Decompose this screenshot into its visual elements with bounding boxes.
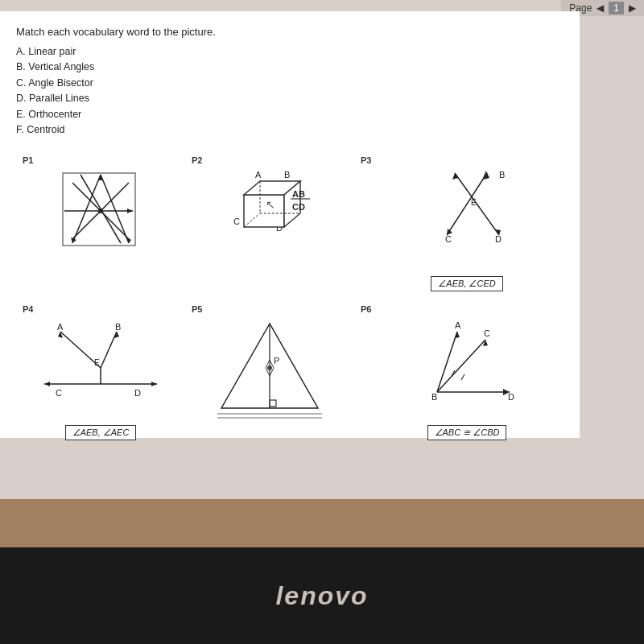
svg-marker-44 <box>151 382 157 386</box>
lenovo-bar: lenovo <box>0 547 644 644</box>
svg-text:A: A <box>57 322 64 332</box>
svg-text:B: B <box>115 322 121 332</box>
svg-text:C: C <box>56 388 62 398</box>
svg-marker-10 <box>127 208 133 213</box>
svg-text:E: E <box>94 358 100 367</box>
p6-answer: ∠ABC ≅ ∠CBD <box>427 425 507 440</box>
puzzle-p5: P5 P <box>185 298 354 447</box>
page-number: 1 <box>609 2 624 14</box>
svg-rect-16 <box>244 195 284 227</box>
vocab-item-d: D. Parallel Lines <box>16 91 564 106</box>
vocab-item-a: A. Linear pair <box>16 44 564 60</box>
svg-text:A: A <box>455 320 461 330</box>
svg-line-28 <box>455 173 499 235</box>
svg-text:B: B <box>284 170 290 180</box>
svg-text:B: B <box>431 392 437 402</box>
svg-text:D: D <box>495 234 502 244</box>
svg-text:CD: CD <box>292 202 305 212</box>
page-nav-left[interactable]: ◀ <box>597 2 604 14</box>
p5-diagram: P <box>205 316 334 420</box>
svg-text:C: C <box>445 234 452 244</box>
instructions-text: Match each vocabulary word to the pictur… <box>16 26 564 38</box>
vocab-item-f: F. Centroid <box>16 122 564 138</box>
document-area: Match each vocabulary word to the pictur… <box>0 11 580 438</box>
puzzle-p4: P4 A B E C <box>16 298 185 447</box>
svg-text:D: D <box>508 392 514 402</box>
svg-line-38 <box>101 332 117 368</box>
p5-label: P5 <box>192 304 202 314</box>
svg-text:↖: ↖ <box>266 198 275 211</box>
svg-text:P: P <box>274 356 279 365</box>
p6-diagram: A C B D <box>405 316 530 404</box>
svg-line-58 <box>437 332 457 392</box>
svg-text:AB: AB <box>292 189 305 199</box>
puzzle-p3: P3 A B C <box>354 149 580 298</box>
svg-text:B: B <box>499 170 505 180</box>
svg-marker-43 <box>44 382 50 386</box>
puzzle-grid: P1 <box>16 149 564 447</box>
puzzle-p2: P2 A B C D <box>185 149 354 298</box>
svg-text:D: D <box>134 388 141 398</box>
svg-text:A: A <box>483 170 489 180</box>
p4-diagram: A B E C D <box>36 316 165 404</box>
screen-area: Page ◀ 1 ▶ Match each vocabulary word to… <box>0 0 644 499</box>
vocab-item-c: C. Angle Bisector <box>16 76 564 91</box>
p1-diagram <box>56 167 145 255</box>
svg-text:A: A <box>255 170 262 180</box>
p4-answer: ∠AEB, ∠AEC <box>65 425 137 440</box>
svg-point-56 <box>267 365 272 370</box>
p2-label: P2 <box>192 155 202 165</box>
svg-text:E: E <box>471 198 477 207</box>
vocab-item-e: E. Orthocenter <box>16 107 564 122</box>
svg-line-69 <box>461 374 464 380</box>
p2-diagram: A B C D ↖ AB <box>221 167 318 255</box>
p4-label: P4 <box>23 304 33 314</box>
page-nav-right[interactable]: ▶ <box>629 2 636 14</box>
desk-area: lenovo <box>0 499 644 644</box>
p3-label: P3 <box>361 155 371 165</box>
vocab-item-b: B. Vertical Angles <box>16 60 564 75</box>
puzzle-p1: P1 <box>16 149 185 298</box>
puzzle-p6: P6 A C B D <box>354 298 580 447</box>
p1-label: P1 <box>23 155 33 165</box>
vocab-list: A. Linear pair B. Vertical Angles C. Ang… <box>16 44 564 138</box>
svg-text:C: C <box>233 217 240 226</box>
p3-diagram: A B C D E <box>398 167 535 263</box>
svg-point-7 <box>98 208 103 213</box>
p3-answer: ∠AEB, ∠CED <box>431 276 502 291</box>
p6-label: P6 <box>361 304 371 314</box>
svg-line-26 <box>447 173 487 235</box>
svg-text:C: C <box>484 328 490 338</box>
lenovo-logo: lenovo <box>275 581 368 611</box>
desk-surface <box>0 499 644 547</box>
svg-line-60 <box>437 340 485 392</box>
